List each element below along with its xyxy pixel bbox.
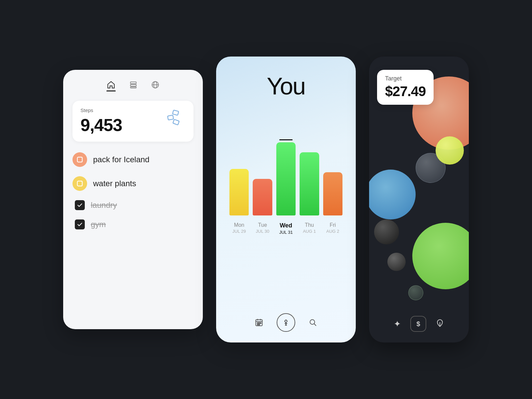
todo-text-1: pack for Iceland [93,155,149,164]
day-label-thu: Thu AUG 1 [300,222,319,235]
todo-checkbox-3 [75,200,85,210]
svg-rect-1 [130,84,136,86]
middle-bottom-nav [255,313,317,332]
todo-checkbox-4 [75,219,85,229]
nav-globe[interactable] [151,80,160,91]
day-label-wed: Wed JUL 31 [276,222,296,235]
steps-value: 9,453 [80,115,122,135]
svg-rect-15 [257,323,258,324]
bar-thu [300,152,319,215]
day-name-fri: Fri [323,222,342,228]
target-badge: Target $27.49 [377,70,434,105]
svg-rect-9 [77,157,82,162]
bar-fri [323,172,342,215]
nav-home[interactable] [106,80,116,91]
svg-rect-19 [259,324,260,325]
svg-rect-16 [259,323,260,324]
todo-item-2[interactable]: water plants [72,176,194,191]
svg-rect-10 [77,181,82,186]
svg-point-24 [310,320,315,324]
day-sub-wed: JUL 31 [276,230,296,235]
nav-stack[interactable] [129,80,138,91]
bubble-dark-2 [387,253,406,271]
svg-rect-18 [257,324,258,325]
svg-rect-0 [130,82,136,83]
todo-text-3: laundry [91,200,117,210]
svg-rect-6 [173,110,179,115]
day-name-tue: Tue [253,222,272,228]
wed-indicator [279,139,293,140]
bubble-yellow [436,136,464,165]
todo-text-4: gym [91,220,106,229]
day-name-mon: Mon [229,222,249,228]
you-title: You [267,72,305,100]
day-sub-mon: JUL 29 [229,229,249,234]
right-card: Target $27.49 ✦ $ [369,57,469,342]
right-nav-dollar[interactable]: $ [410,316,426,332]
bar-tue [253,179,272,215]
left-card: Steps 9,453 pack for Iceland [63,70,203,329]
target-label: Target [385,75,426,82]
bar-wed [276,139,296,215]
day-label-tue: Tue JUL 30 [253,222,272,235]
day-labels: Mon JUL 29 Tue JUL 30 Wed JUL 31 Thu AUG… [227,222,345,235]
day-sub-tue: JUL 30 [253,229,272,234]
middle-card: You Mon JUL 29 Tue JUL 30 [216,57,356,342]
todo-item-4[interactable]: gym [72,219,194,229]
svg-point-20 [285,320,287,323]
svg-rect-17 [260,323,261,324]
nav-search-icon[interactable] [309,318,317,327]
todo-circle-2 [72,176,87,191]
right-bottom-nav: ✦ $ [369,316,469,332]
bubble-green [412,223,469,289]
todo-item-3[interactable]: laundry [72,200,194,210]
todo-item-1[interactable]: pack for Iceland [72,152,194,167]
nav-calendar-icon[interactable] [255,318,263,327]
day-label-mon: Mon JUL 29 [229,222,249,235]
bubble-trans [408,285,423,300]
bar-thu-rect [300,152,319,215]
steps-label: Steps [80,107,122,113]
bar-chart [227,116,345,215]
target-value: $27.49 [385,83,426,99]
day-sub-fri: AUG 2 [323,229,342,234]
right-nav-sparkle[interactable]: ✦ [394,319,401,329]
svg-rect-2 [130,87,136,88]
bar-fri-rect [323,172,342,215]
day-name-wed: Wed [276,222,296,229]
bubble-blue [369,170,416,219]
left-nav [72,80,194,91]
right-nav-leaf[interactable] [436,319,444,329]
bar-tue-rect [253,179,272,215]
svg-rect-7 [168,115,174,120]
svg-line-25 [314,324,316,326]
nav-person-icon[interactable] [277,313,295,332]
steps-widget: Steps 9,453 [72,101,194,142]
steps-icon [164,107,186,129]
day-sub-thu: AUG 1 [300,229,319,234]
bar-wed-rect [276,142,296,215]
todo-text-2: water plants [93,179,136,188]
day-name-thu: Thu [300,222,319,228]
day-label-fri: Fri AUG 2 [323,222,342,235]
bar-mon [229,169,249,215]
bubble-dark-1 [374,219,399,244]
todo-list: pack for Iceland water plants laundry [72,152,194,229]
svg-rect-8 [173,119,179,125]
todo-circle-1 [72,152,87,167]
bar-mon-rect [229,169,249,215]
